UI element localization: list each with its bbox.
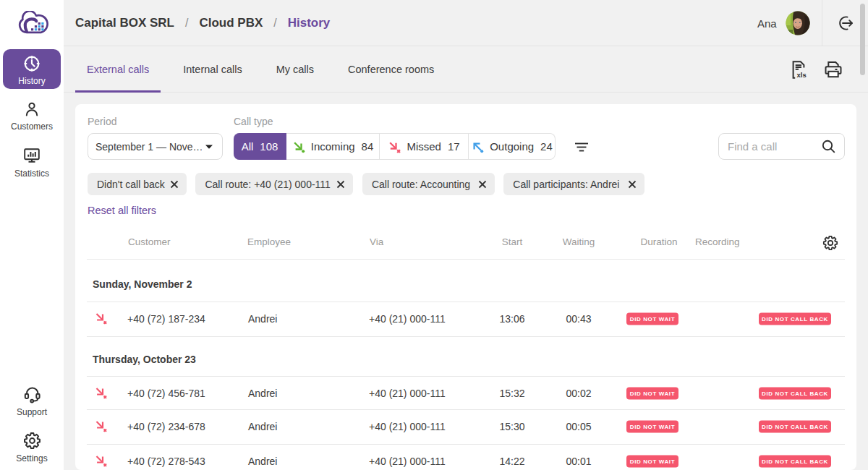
svg-text:xls: xls: [797, 71, 807, 79]
